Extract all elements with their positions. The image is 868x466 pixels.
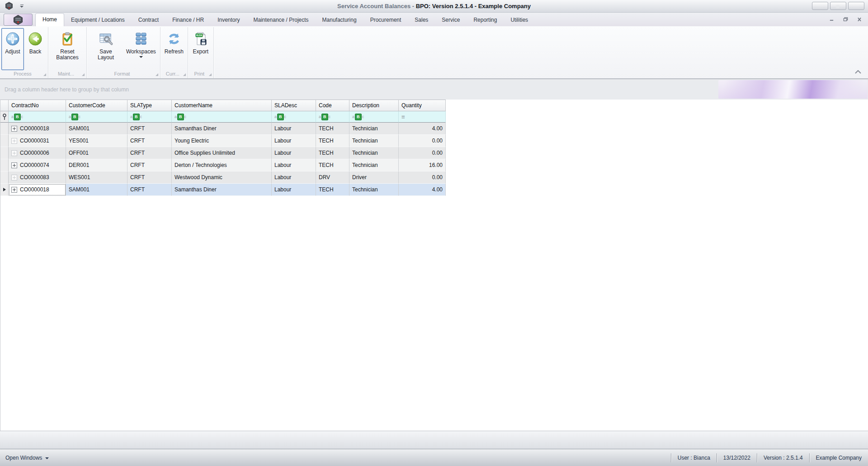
tab-contract[interactable]: Contract — [132, 14, 165, 26]
collapse-ribbon-chevron-icon[interactable] — [854, 69, 862, 75]
cell-sladesc[interactable]: Labour — [272, 171, 316, 184]
cell-description[interactable]: Technician — [349, 159, 399, 171]
tab-inventory[interactable]: Inventory — [211, 14, 246, 26]
cell-code[interactable]: DRV — [316, 171, 349, 184]
column-header-customername[interactable]: CustomerName — [172, 100, 272, 111]
table-row[interactable]: CO0000074 DER001 CRFT Derton / Technolog… — [0, 159, 446, 171]
restore-button[interactable] — [830, 2, 846, 10]
tab-sales[interactable]: Sales — [408, 14, 435, 26]
dialog-launcher-icon[interactable] — [82, 73, 85, 76]
column-header-description[interactable]: Description — [349, 100, 399, 111]
cell-sladesc[interactable]: Labour — [272, 135, 316, 147]
filter-customername[interactable]: aBc — [172, 111, 272, 123]
adjust-button[interactable]: Adjust — [1, 28, 24, 70]
cell-contractno-focused[interactable]: CO0000018 — [9, 184, 66, 196]
filter-pin-cell[interactable] — [0, 111, 9, 123]
filter-sladesc[interactable]: aBc — [272, 111, 316, 123]
cell-contractno[interactable]: CO0000018 — [9, 123, 66, 135]
reset-balances-button[interactable]: Reset Balances — [50, 28, 85, 70]
cell-sladesc[interactable]: Labour — [272, 184, 316, 196]
customize-quick-access-icon[interactable] — [20, 5, 24, 8]
cell-quantity[interactable]: 4.00 — [399, 184, 446, 196]
cell-customername[interactable]: Young Electric — [172, 135, 272, 147]
cell-customername[interactable]: Samanthas Diner — [172, 184, 272, 196]
cell-quantity[interactable]: 16.00 — [399, 159, 446, 171]
cell-contractno[interactable]: CO0000006 — [9, 147, 66, 159]
column-header-sladesc[interactable]: SLADesc — [272, 100, 316, 111]
child-close-icon[interactable] — [857, 17, 862, 22]
expand-icon[interactable] — [11, 187, 17, 193]
table-row[interactable]: CO0000031 YES001 CRFT Young Electric Lab… — [0, 135, 446, 147]
cell-slatype[interactable]: CRFT — [127, 171, 172, 184]
column-header-contractno[interactable]: ContractNo — [9, 100, 66, 111]
cell-sladesc[interactable]: Labour — [272, 159, 316, 171]
cell-customercode[interactable]: WES001 — [66, 171, 127, 184]
filter-contractno[interactable]: aBc — [9, 111, 66, 123]
cell-customername[interactable]: Samanthas Diner — [172, 123, 272, 135]
tab-maintenance-projects[interactable]: Maintenance / Projects — [247, 14, 316, 26]
column-header-quantity[interactable]: Quantity — [399, 100, 446, 111]
refresh-button[interactable]: Refresh — [162, 28, 186, 70]
cell-customercode[interactable]: SAM001 — [66, 123, 127, 135]
column-header-customercode[interactable]: CustomerCode — [66, 100, 127, 111]
cell-code[interactable]: TECH — [316, 184, 349, 196]
cell-contractno[interactable]: CO0000074 — [9, 159, 66, 171]
cell-quantity[interactable]: 0.00 — [399, 135, 446, 147]
tab-procurement[interactable]: Procurement — [363, 14, 408, 26]
cell-code[interactable]: TECH — [316, 159, 349, 171]
child-restore-icon[interactable] — [843, 17, 848, 22]
cell-quantity[interactable]: 0.00 — [399, 147, 446, 159]
dialog-launcher-icon[interactable] — [43, 73, 46, 76]
expand-icon[interactable] — [11, 126, 17, 132]
cell-quantity[interactable]: 4.00 — [399, 123, 446, 135]
cell-slatype[interactable]: CRFT — [127, 159, 172, 171]
cell-customercode[interactable]: OFF001 — [66, 147, 127, 159]
cell-slatype[interactable]: CRFT — [127, 123, 172, 135]
back-button[interactable]: Back — [24, 28, 47, 70]
cell-code[interactable]: TECH — [316, 123, 349, 135]
tab-service[interactable]: Service — [435, 14, 467, 26]
filter-description[interactable]: aBc — [349, 111, 399, 123]
tab-reporting[interactable]: Reporting — [467, 14, 504, 26]
dialog-launcher-icon[interactable] — [183, 73, 186, 76]
app-logo-icon[interactable] — [5, 1, 14, 10]
column-header-code[interactable]: Code — [316, 100, 349, 111]
cell-customercode[interactable]: DER001 — [66, 159, 127, 171]
table-row-selected[interactable]: CO0000018 SAM001 CRFT Samanthas Diner La… — [0, 184, 446, 196]
tab-utilities[interactable]: Utilities — [504, 14, 535, 26]
cell-customername[interactable]: Westwood Dynamic — [172, 171, 272, 184]
dialog-launcher-icon[interactable] — [209, 73, 212, 76]
cell-slatype[interactable]: CRFT — [127, 135, 172, 147]
cell-description[interactable]: Technician — [349, 184, 399, 196]
cell-slatype[interactable]: CRFT — [127, 147, 172, 159]
cell-customername[interactable]: Derton / Technologies — [172, 159, 272, 171]
cell-sladesc[interactable]: Labour — [272, 123, 316, 135]
cell-description[interactable]: Technician — [349, 123, 399, 135]
application-button[interactable] — [4, 14, 33, 26]
cell-code[interactable]: TECH — [316, 147, 349, 159]
export-button[interactable]: XLSX Export — [189, 28, 212, 70]
filter-slatype[interactable]: aBc — [127, 111, 172, 123]
filter-code[interactable]: aBc — [316, 111, 349, 123]
cell-customercode[interactable]: SAM001 — [66, 184, 127, 196]
workspaces-button[interactable]: Workspaces — [123, 28, 159, 70]
cell-contractno[interactable]: CO0000031 — [9, 135, 66, 147]
child-minimize-icon[interactable] — [829, 17, 834, 22]
expand-icon[interactable] — [11, 162, 17, 168]
close-button[interactable] — [848, 2, 864, 10]
cell-description[interactable]: Driver — [349, 171, 399, 184]
table-row[interactable]: CO0000006 OFF001 CRFT Office Supplies Un… — [0, 147, 446, 159]
minimize-button[interactable] — [812, 2, 828, 10]
tab-home[interactable]: Home — [35, 13, 64, 26]
tab-equipment-locations[interactable]: Equipment / Locations — [64, 14, 132, 26]
filter-customercode[interactable]: aBc — [66, 111, 127, 123]
cell-sladesc[interactable]: Labour — [272, 147, 316, 159]
filter-quantity[interactable]: = — [399, 111, 446, 123]
tab-manufacturing[interactable]: Manufacturing — [316, 14, 363, 26]
tab-finance-hr[interactable]: Finance / HR — [165, 14, 211, 26]
cell-customercode[interactable]: YES001 — [66, 135, 127, 147]
cell-customername[interactable]: Office Supplies Unlimited — [172, 147, 272, 159]
cell-contractno[interactable]: CO0000083 — [9, 171, 66, 184]
cell-description[interactable]: Technician — [349, 135, 399, 147]
dialog-launcher-icon[interactable] — [156, 73, 158, 76]
